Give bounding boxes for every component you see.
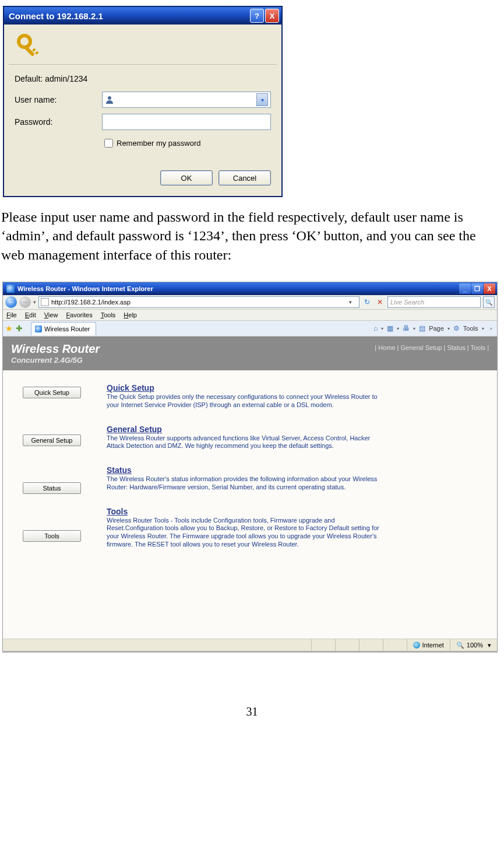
search-go-button[interactable]: 🔍 [483,296,495,308]
cancel-button[interactable]: Cancel [218,170,271,185]
svg-point-4 [108,96,111,100]
print-icon[interactable]: 🖶 [403,324,410,332]
router-sidebar: Quick Setup General Setup Status Tools [3,370,101,639]
cmd-tools-label[interactable]: Tools [463,325,478,332]
status-zone: Internet [407,639,450,651]
command-bar: ⌂▾ ▦▾ 🖶▾ ▤ Page▾ ⚙ Tools▾ » [373,324,495,332]
router-header: Wireless Router Concurrent 2.4G/5G | Hom… [3,337,497,370]
menu-help[interactable]: Help [124,311,137,318]
stop-button[interactable]: ✕ [375,297,385,307]
menu-favorites[interactable]: Favorites [66,311,92,318]
keys-icon [15,31,43,59]
refresh-button[interactable]: ↻ [362,297,372,307]
status-zoom-label: 100% [467,642,483,649]
password-field[interactable] [102,114,271,130]
add-favorite-icon[interactable]: ✚ [16,324,25,333]
username-combo[interactable]: ▾ [102,92,271,108]
default-credentials-hint: Default: admin/1234 [15,74,271,83]
browser-titlebar: Wireless Router - Windows Internet Explo… [3,282,497,295]
section-title[interactable]: Tools [107,507,380,516]
username-label: User name: [15,95,102,104]
router-subtitle: Concurrent 2.4G/5G [11,356,100,365]
router-body: Quick Setup General Setup Status Tools Q… [3,370,497,639]
router-main: Quick Setup The Quick Setup provides onl… [101,370,497,639]
ok-button[interactable]: OK [160,170,213,185]
browser-statusbar: Internet 🔍 100% ▾ [3,639,497,651]
sidebar-btn-status[interactable]: Status [23,482,81,494]
overflow-icon[interactable]: » [490,326,492,331]
section-title[interactable]: Quick Setup [107,383,380,393]
zoom-dropdown-icon[interactable]: ▾ [488,642,491,649]
sidebar-btn-tools[interactable]: Tools [23,530,81,542]
router-top-nav[interactable]: | Home | General Setup | Status | Tools … [375,344,489,351]
user-icon [105,95,114,104]
tab-label: Wireless Router [44,325,90,332]
page-number: 31 [0,705,504,719]
back-button[interactable]: ← [5,296,17,308]
maximize-button[interactable]: ❐ [471,283,483,294]
cmd-page-label[interactable]: Page [429,325,444,332]
section-quick-setup: Quick Setup The Quick Setup provides onl… [107,383,380,409]
search-box[interactable]: Live Search [387,296,481,308]
instruction-paragraph: Please input user name and password in t… [1,208,501,264]
address-dropdown-icon[interactable]: ▾ [349,299,357,305]
sidebar-btn-general-setup[interactable]: General Setup [23,434,81,446]
section-body: The Wireless Router's status information… [107,475,380,492]
section-body: The Wireless Router supports advanced fu… [107,434,380,451]
close-button[interactable]: X [265,9,279,23]
globe-icon [413,642,420,649]
auth-dialog-titlebar: Connect to 192.168.2.1 ? X [4,7,281,24]
router-brand: Wireless Router [11,342,100,356]
tools-menu-icon[interactable]: ⚙ [453,324,460,332]
favorites-star-icon[interactable]: ★ [5,324,15,333]
browser-window-title: Wireless Router - Windows Internet Explo… [17,285,459,292]
remember-label: Remember my password [117,139,201,148]
menu-edit[interactable]: Edit [25,311,36,318]
menu-file[interactable]: File [6,311,17,318]
page-menu-icon[interactable]: ▤ [419,324,425,332]
svg-rect-3 [35,51,38,54]
browser-tabbar: ★ ✚ Wireless Router ⌂▾ ▦▾ 🖶▾ ▤ Page▾ ⚙ T… [3,321,497,337]
help-button[interactable]: ? [250,9,264,23]
browser-navbar: ← → ▾ http://192.168.2.1/index.asp ▾ ↻ ✕… [3,295,497,310]
svg-rect-2 [32,48,36,51]
auth-dialog: Connect to 192.168.2.1 ? X Default: admi… [3,6,283,197]
forward-button[interactable]: → [19,296,31,308]
tab-favicon-icon [35,325,42,332]
section-status: Status The Wireless Router's status info… [107,465,380,492]
minimize-button[interactable]: _ [459,283,471,294]
sidebar-btn-quick-setup[interactable]: Quick Setup [23,387,81,398]
browser-window: Wireless Router - Windows Internet Explo… [2,282,498,653]
section-title[interactable]: General Setup [107,425,380,434]
menu-tools[interactable]: Tools [101,311,116,318]
tab-wireless-router[interactable]: Wireless Router [31,322,96,335]
section-tools: Tools Wireless Router Tools - Tools incl… [107,507,380,549]
browser-close-button[interactable]: X [484,283,495,294]
status-zoom[interactable]: 🔍 100% ▾ [450,639,497,651]
zoom-icon: 🔍 [456,642,464,649]
section-general-setup: General Setup The Wireless Router suppor… [107,425,380,451]
search-placeholder: Live Search [390,299,424,306]
chevron-down-icon[interactable]: ▾ [256,93,268,106]
page-icon [41,298,49,306]
menu-view[interactable]: View [44,311,58,318]
section-body: Wireless Router Tools - Tools include Co… [107,517,380,549]
browser-menubar: File Edit View Favorites Tools Help [3,310,497,321]
remember-checkbox[interactable] [104,139,113,148]
nav-history-dropdown[interactable]: ▾ [33,299,36,305]
svg-point-0 [19,36,30,47]
ie-icon [6,285,15,293]
section-title[interactable]: Status [107,465,380,475]
address-url: http://192.168.2.1/index.asp [51,299,131,306]
auth-dialog-title: Connect to 192.168.2.1 [9,11,249,21]
feeds-icon[interactable]: ▦ [387,324,393,332]
home-icon[interactable]: ⌂ [373,324,378,332]
section-body: The Quick Setup provides only the necess… [107,393,380,409]
password-label: Password: [15,117,102,127]
address-bar[interactable]: http://192.168.2.1/index.asp ▾ [38,296,360,308]
status-zone-label: Internet [422,642,444,649]
